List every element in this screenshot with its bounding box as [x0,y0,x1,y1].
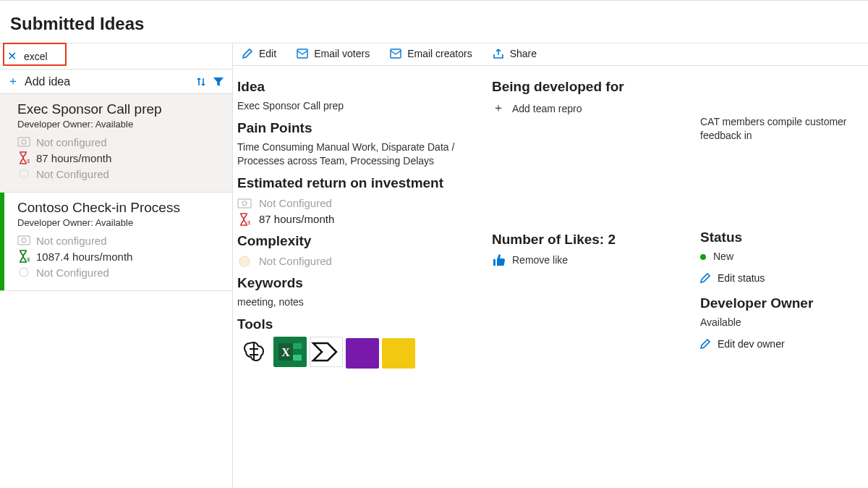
svg-text:$: $ [27,256,30,263]
pain-value: Time Consuming Manual Work, Disparate Da… [237,140,486,168]
circle-icon [17,266,30,279]
idea-value: Exec Sponsor Call prep [237,99,486,113]
idea-card-hours: $ 1087.4 hours/month [17,248,222,264]
idea-heading: Idea [237,79,486,95]
svg-rect-17 [293,349,302,355]
idea-card-cost: Not configured [17,134,222,150]
devowner-heading: Developer Owner [700,295,861,311]
svg-rect-0 [18,138,30,146]
idea-note: CAT members compile customer feedback in [700,115,861,143]
svg-text:$: $ [27,158,30,164]
add-idea-label: Add idea [25,75,70,88]
pencil-icon [700,339,710,349]
svg-rect-16 [293,343,302,349]
status-heading: Status [700,230,861,245]
svg-rect-18 [293,355,302,361]
edit-devowner-label: Edit dev owner [718,338,785,350]
search-row: ✕ [0,43,232,70]
tool-powerbi-icon[interactable] [382,338,415,369]
tool-onenote-icon[interactable] [346,338,379,369]
add-team-repro-label: Add team repro [512,103,582,114]
sort-icon[interactable] [195,75,208,88]
idea-card-cost-text: Not configured [36,136,107,148]
edit-status-button[interactable]: Edit status [700,271,861,285]
page-title: Submitted Ideas [10,14,858,34]
money-icon [237,197,252,210]
idea-card-complexity: Not Configured [17,166,222,182]
roi-cost-text: Not Configured [259,197,332,209]
idea-card-title: Contoso Check-in Process [17,200,222,216]
idea-card-accent [0,193,4,290]
thumb-up-icon [492,253,505,266]
idea-card-complexity-text: Not Configured [36,168,109,180]
circle-icon [237,255,252,268]
share-button[interactable]: Share [493,48,537,59]
remove-like-label: Remove like [512,254,568,266]
mail-icon [297,48,308,59]
edit-status-label: Edit status [718,272,765,284]
detail-main-column: Idea Exec Sponsor Call prep Pain Points … [237,73,486,488]
complexity-heading: Complexity [237,233,486,249]
detail-side-column: CAT members compile customer feedback in… [700,73,861,488]
svg-point-11 [242,201,247,206]
edit-button[interactable]: Edit [242,48,276,59]
idea-card-title: Exec Sponsor Call prep [17,101,222,117]
roi-hours: $ 87 hours/month [237,211,486,227]
edit-label: Edit [259,48,276,59]
keywords-value: meeting, notes [237,295,486,309]
mail-icon [390,48,401,59]
svg-rect-4 [18,236,30,245]
svg-point-1 [22,140,26,144]
tools-row: X [237,337,486,369]
svg-point-7 [20,268,28,277]
idea-card[interactable]: Contoso Check-in Process Developer Owner… [0,193,232,291]
tool-excel-icon[interactable]: X [273,337,307,367]
idea-card-hours: $ 87 hours/month [17,150,222,166]
roi-hours-text: 87 hours/month [259,213,334,225]
keywords-heading: Keywords [237,275,486,291]
plus-icon: ＋ [492,101,505,116]
filter-icon[interactable] [212,75,225,88]
svg-text:$: $ [247,219,250,226]
circle-icon [17,167,30,180]
idea-card[interactable]: Exec Sponsor Call prep Developer Owner: … [0,94,232,193]
email-creators-button[interactable]: Email creators [390,48,472,59]
idea-card-cost-text: Not configured [36,235,107,247]
idea-detail: Edit Email voters Email creators [233,43,868,488]
tools-heading: Tools [237,316,486,332]
svg-point-5 [22,238,26,243]
add-team-repro-button[interactable]: ＋ Add team repro [492,99,694,117]
pain-heading: Pain Points [237,120,486,136]
tool-power-automate-icon[interactable] [310,337,343,367]
tool-ai-builder-icon[interactable] [237,337,271,367]
email-voters-button[interactable]: Email voters [297,48,370,59]
devowner-value: Available [700,316,861,329]
money-icon [17,234,30,247]
edit-devowner-button[interactable]: Edit dev owner [700,337,861,351]
clear-search-icon[interactable]: ✕ [7,49,17,63]
devfor-heading: Being developed for [492,79,694,95]
add-idea-row[interactable]: ＋ Add idea [0,70,232,94]
roi-cost: Not Configured [237,195,486,211]
money-icon [17,135,30,148]
status-value: New [700,250,861,264]
svg-text:X: X [281,346,290,358]
search-input[interactable] [24,51,225,62]
svg-rect-10 [238,199,251,208]
likes-heading: Number of Likes: 2 [492,232,694,248]
svg-rect-9 [391,49,401,58]
detail-toolbar: Edit Email voters Email creators [233,43,868,66]
idea-card-owner: Developer Owner: Available [17,119,222,130]
hourglass-icon: $ [237,213,252,226]
email-creators-label: Email creators [407,48,472,59]
complexity-value: Not Configured [237,253,486,269]
hourglass-icon: $ [17,151,30,164]
remove-like-button[interactable]: Remove like [492,252,694,268]
share-icon [493,48,504,59]
share-label: Share [510,48,537,59]
idea-card-complexity: Not Configured [17,264,222,280]
plus-icon: ＋ [7,74,19,89]
idea-card-hours-text: 1087.4 hours/month [36,251,132,263]
idea-card-owner: Developer Owner: Available [17,217,222,228]
svg-rect-8 [297,49,307,58]
